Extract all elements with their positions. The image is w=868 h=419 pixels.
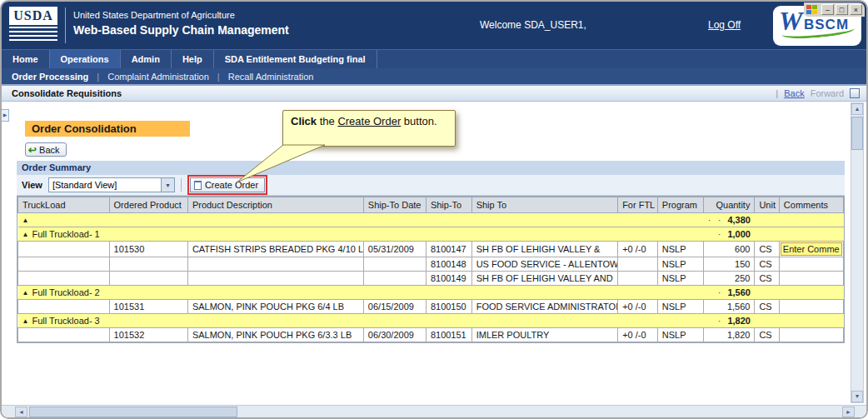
scroll-up-button[interactable]: ▲	[851, 103, 863, 115]
column-header-ordered-product: Ordered Product	[109, 197, 187, 213]
cell-comments	[779, 314, 843, 328]
dropdown-arrow-icon[interactable]: ▼	[161, 178, 174, 192]
cell-ship-to-date	[363, 227, 426, 242]
cell-quantity: 250	[703, 272, 755, 286]
toolbar-separator	[181, 178, 182, 192]
order-table: TruckLoadOrdered ProductProduct Descript…	[17, 196, 845, 343]
cell-unit	[755, 286, 779, 300]
cell-unit: CS	[755, 328, 779, 342]
view-label: View	[22, 180, 42, 190]
page-title: Order Consolidation	[25, 121, 190, 137]
cell-quantity: 600	[703, 242, 755, 257]
log-off-link[interactable]: Log Off	[708, 19, 741, 31]
cell-ship-to-name: FOOD SERVICE ADMINISTRATOR	[471, 300, 617, 314]
cell-unit	[755, 314, 779, 328]
cell-program: NSLP	[657, 242, 703, 257]
cell-ship-to-date: 06/15/2009	[363, 300, 426, 314]
app-title: Web-Based Supply Chain Management	[73, 23, 289, 37]
app-header: USDA United States Department of Agricul…	[2, 2, 866, 49]
cell-ship-to: 8100147	[426, 242, 471, 257]
cell-for-ftl: +0 /-0	[618, 328, 658, 342]
column-header-for-ftl: For FTL	[618, 197, 658, 213]
history-back-link[interactable]: Back	[784, 88, 804, 98]
restore-button[interactable]: □	[836, 4, 848, 15]
vertical-scrollbar[interactable]: ▲ ▼	[851, 102, 864, 403]
table-toolbar: View [Standard View] ▼ Create Order	[17, 175, 845, 196]
horizontal-scrollbar[interactable]: ◄ ►	[2, 405, 866, 417]
cell-unit	[755, 227, 779, 242]
cell-product-description: SALMON, PINK POUCH PKG 6/3.3 LB	[187, 328, 363, 342]
cell-product-description	[187, 213, 363, 227]
history-forward-link: Forward	[811, 88, 844, 98]
cell-program	[657, 314, 703, 328]
comment-input[interactable]: Enter Comme	[781, 242, 842, 256]
subnav-complaint-administration[interactable]: Complaint Administration	[107, 72, 209, 82]
view-select[interactable]: [Standard View] ▼	[48, 177, 175, 192]
group-row: ▲· ·4,380	[18, 213, 844, 227]
tab-admin[interactable]: Admin	[121, 50, 172, 68]
cell-ship-to: 8100150	[426, 300, 471, 314]
scroll-down-button[interactable]: ▼	[851, 391, 863, 402]
back-button[interactable]: ↩ Back	[25, 142, 67, 157]
new-document-icon	[194, 181, 202, 190]
tutorial-callout: Click the Create Order button.	[282, 110, 456, 147]
collapse-icon[interactable]: ▲	[22, 317, 29, 325]
truckload-label: Full Truckload- 1	[32, 229, 99, 239]
cell-truckload: ▲Full Truckload- 3	[18, 314, 110, 328]
subnav-order-processing[interactable]: Order Processing	[12, 72, 88, 82]
cell-program	[657, 227, 703, 242]
cell-ship-to-name: SH FB OF LEHIGH VALLEY AND	[471, 272, 617, 286]
minimize-button[interactable]: –	[821, 4, 834, 15]
cell-program: NSLP	[657, 272, 703, 286]
cell-product-description	[187, 314, 363, 328]
cell-quantity: ·1,560	[703, 286, 755, 300]
panel-expander-icon[interactable]: ▶	[2, 109, 9, 122]
tab-bar: HomeOperationsAdminHelpSDA Entitlement B…	[2, 49, 866, 68]
crumb-separator: |	[776, 88, 778, 98]
cell-ship-to-date: 06/30/2009	[363, 328, 426, 342]
cell-comments	[779, 227, 843, 242]
cell-quantity: 1,560	[703, 300, 755, 314]
tab-help[interactable]: Help	[172, 50, 214, 68]
cell-for-ftl: +0 /-0	[618, 242, 658, 257]
table-row: 101530CATFISH STRIPS BREADED PKG 4/10 LB…	[18, 242, 844, 257]
tab-operations[interactable]: Operations	[50, 50, 121, 68]
close-button[interactable]: ×	[850, 4, 862, 15]
tab-home[interactable]: Home	[2, 50, 50, 68]
org-title: United States Department of Agriculture	[73, 10, 235, 20]
cell-ship-to	[426, 314, 471, 328]
usda-logo: USDA	[9, 7, 57, 43]
scroll-left-button[interactable]: ◄	[15, 407, 27, 417]
app-window: USDA United States Department of Agricul…	[0, 0, 868, 419]
cell-quantity: ·1,820	[703, 314, 755, 328]
cell-ordered-product	[109, 213, 187, 227]
cell-ship-to-date	[363, 314, 426, 328]
subnav-recall-administration[interactable]: Recall Administration	[228, 72, 314, 82]
page-menu-icon[interactable]	[850, 88, 860, 98]
cell-ship-to	[426, 286, 471, 300]
back-button-label: Back	[39, 145, 59, 155]
usda-logo-text: USDA	[9, 7, 57, 25]
collapse-icon[interactable]: ▲	[22, 217, 29, 224]
collapse-icon[interactable]: ▲	[22, 231, 29, 238]
collapse-icon[interactable]: ▲	[22, 289, 29, 297]
scroll-right-button[interactable]: ►	[842, 407, 855, 417]
column-header-truckload: TruckLoad	[18, 197, 110, 213]
cell-ordered-product	[109, 227, 187, 242]
breadcrumb-bar: Consolidate Requisitions | Back Forward	[2, 86, 866, 102]
cell-comments	[779, 328, 843, 342]
tab-sda-entitlement-budgeting-final[interactable]: SDA Entitlement Budgeting final	[214, 50, 377, 68]
sum-dots-icon: ·	[718, 288, 723, 297]
hscrollbar-thumb[interactable]	[29, 407, 237, 417]
vscrollbar-thumb[interactable]	[851, 117, 863, 150]
cell-ship-to-name: US FOOD SERVICE - ALLENTOWN	[471, 257, 617, 272]
cell-unit: CS	[755, 300, 779, 314]
cell-for-ftl	[618, 213, 658, 227]
cell-truckload: ▲	[18, 213, 110, 227]
sum-dots-icon: ·	[718, 317, 723, 326]
column-header-product-description: Product Description	[187, 197, 363, 213]
cell-ship-to	[426, 213, 471, 227]
group-row: ▲Full Truckload- 2·1,560	[18, 286, 844, 300]
history-controls: | Back Forward	[776, 88, 860, 98]
callout-underlined-text: Create Order	[337, 115, 401, 127]
